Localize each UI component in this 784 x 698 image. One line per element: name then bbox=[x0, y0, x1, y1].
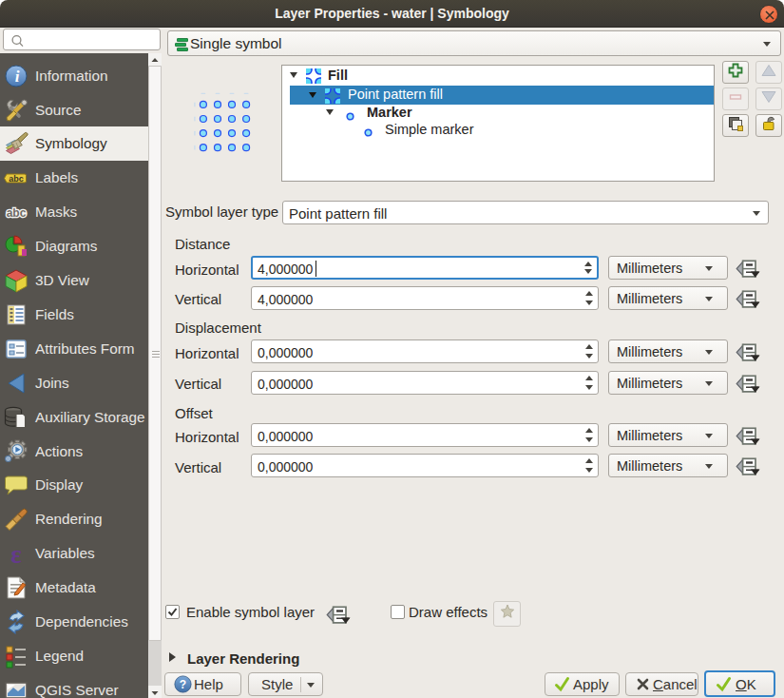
svg-text:abc: abc bbox=[7, 206, 27, 220]
svg-text:abc: abc bbox=[9, 174, 24, 184]
svg-text:?: ? bbox=[180, 678, 186, 691]
svg-text:ε: ε bbox=[10, 541, 22, 566]
svg-text:i: i bbox=[15, 68, 20, 86]
